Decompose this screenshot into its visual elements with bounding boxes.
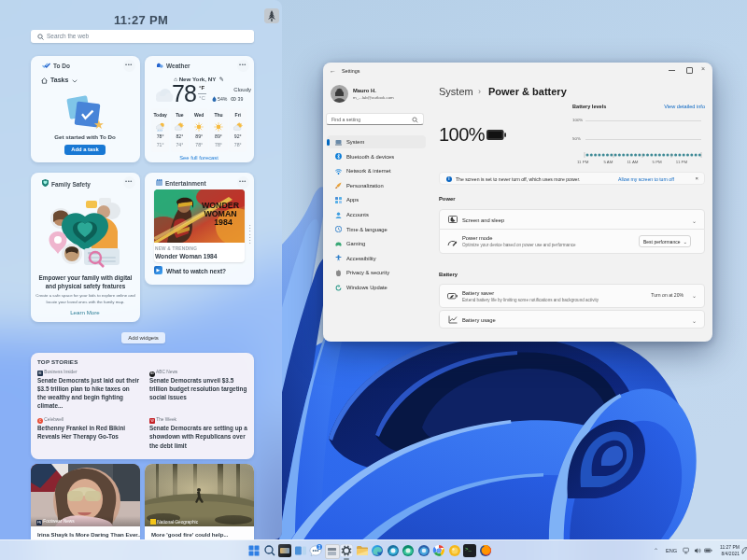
svg-text:1984: 1984 [214, 217, 233, 227]
